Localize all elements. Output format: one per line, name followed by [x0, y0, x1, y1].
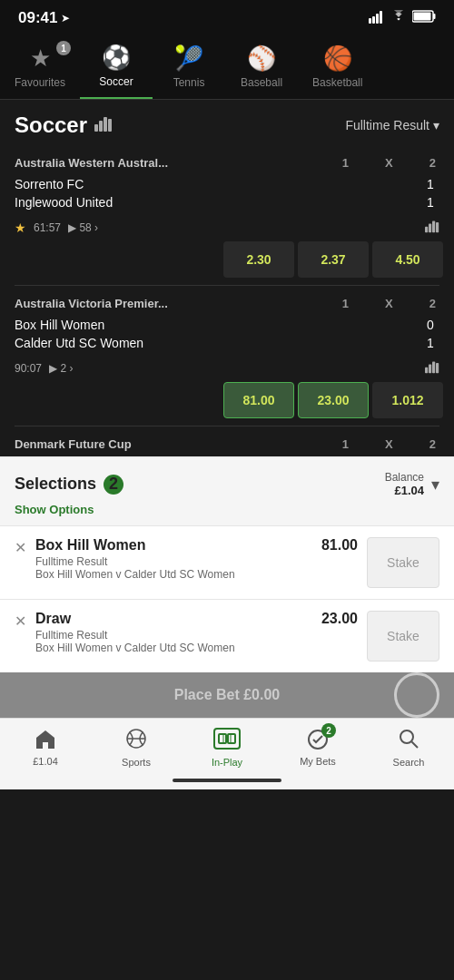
selection-name-row-1: Box Hill Women 81.00 — [35, 537, 358, 554]
selections-count-badge: 2 — [104, 475, 123, 495]
bottom-nav-mybets[interactable]: 2 My Bets — [286, 729, 350, 767]
svg-rect-16 — [429, 365, 431, 374]
location-icon: ➤ — [61, 12, 70, 24]
video-icon: ▶ 2 › — [49, 362, 73, 375]
svg-rect-14 — [436, 222, 439, 232]
match-cols-2: 1 X 2 — [342, 297, 436, 310]
team-name: Inglewood United — [15, 195, 414, 210]
remove-selection-2-button[interactable]: ✕ — [15, 612, 26, 630]
selection-match-1: Box Hill Women v Calder Utd SC Women — [35, 568, 358, 581]
divider — [15, 426, 439, 426]
tab-soccer[interactable]: ⚽ Soccer — [80, 40, 153, 99]
mybets-label: My Bets — [300, 756, 336, 767]
tab-baseball[interactable]: ⚾ Baseball — [225, 41, 298, 98]
selection-item-2: ✕ Draw 23.00 Fulltime Result Box Hill Wo… — [0, 599, 454, 672]
bottom-nav-home[interactable]: £1.04 — [14, 729, 77, 767]
favourite-star-icon[interactable]: ★ — [15, 220, 26, 235]
svg-rect-17 — [432, 361, 435, 373]
collapse-button[interactable]: ▾ — [431, 475, 439, 495]
stake-input-2[interactable]: Stake — [367, 611, 439, 662]
search-label: Search — [393, 757, 425, 768]
bottom-nav-sports[interactable]: Sports — [104, 728, 168, 768]
team-score: 0 — [421, 318, 439, 332]
selection-item-1: ✕ Box Hill Women 81.00 Fulltime Result B… — [0, 525, 454, 599]
svg-rect-1 — [372, 16, 375, 24]
svg-rect-22 — [228, 734, 235, 743]
tab-tennis[interactable]: 🎾 Tennis — [153, 41, 225, 98]
team-score: 1 — [421, 336, 439, 350]
balance-area: Balance £1.04 ▾ — [385, 471, 439, 497]
tennis-icon: 🎾 — [174, 44, 203, 73]
odd-button-1-2[interactable]: 2.37 — [298, 241, 369, 278]
team-row: Box Hill Women 0 — [15, 316, 439, 334]
sports-label: Sports — [122, 757, 151, 768]
selections-panel: Selections 2 Balance £1.04 ▾ Show Option… — [0, 456, 454, 718]
filter-label: Fulltime Result — [345, 118, 429, 132]
balance-info: Balance £1.04 — [385, 471, 424, 497]
nav-tabs: ★ Favourites 1 ⚽ Soccer 🎾 Tennis ⚾ Baseb… — [0, 33, 454, 100]
selection-team-name-2: Draw — [35, 611, 71, 627]
selection-market-2: Fulltime Result — [35, 629, 358, 642]
status-time: 09:41 — [18, 9, 57, 27]
tab-favourites[interactable]: ★ Favourites 1 — [0, 41, 80, 98]
home-icon — [35, 729, 56, 754]
inplay-icon — [213, 728, 241, 755]
odd-button-1-1[interactable]: 2.30 — [223, 241, 294, 278]
selection-team-name-1: Box Hill Women — [35, 537, 146, 554]
selections-label: Selections — [15, 475, 96, 494]
tab-soccer-label: Soccer — [99, 75, 133, 88]
place-bet-bar: Place Bet £0.00 — [0, 672, 454, 718]
selection-info-2: Draw 23.00 Fulltime Result Box Hill Wome… — [35, 611, 358, 654]
svg-rect-13 — [432, 220, 435, 232]
place-bet-button[interactable] — [394, 672, 439, 718]
stats-bar-icon — [425, 359, 439, 377]
svg-point-26 — [400, 730, 413, 743]
team-score: 1 — [421, 195, 439, 210]
match-teams-2: Box Hill Women 0 Calder Utd SC Women 1 — [0, 314, 454, 356]
odds-row-1: 2.30 2.37 4.50 — [0, 241, 454, 285]
bottom-nav: £1.04 Sports In-Play 2 My Bets Search — [0, 718, 454, 773]
team-name: Box Hill Women — [15, 318, 414, 332]
sports-icon — [125, 728, 147, 755]
league-name-2: Australia Victoria Premier... — [15, 297, 168, 310]
stake-input-1[interactable]: Stake — [367, 537, 439, 588]
page-title-text: Soccer — [15, 113, 87, 138]
team-row: Sorrento FC 1 — [15, 175, 439, 193]
odd-button-2-3[interactable]: 1.012 — [372, 382, 443, 418]
odd-button-1-3[interactable]: 4.50 — [372, 241, 443, 278]
selection-market-1: Fulltime Result — [35, 555, 358, 568]
odd-button-2-1[interactable]: 81.00 — [223, 382, 294, 418]
balance-label: Balance — [385, 471, 424, 484]
bottom-nav-inplay[interactable]: In-Play — [195, 728, 259, 768]
svg-rect-0 — [369, 18, 371, 24]
match-header-3: Denmark Future Cup 1 X 2 — [0, 428, 454, 455]
svg-rect-15 — [425, 368, 428, 373]
svg-rect-3 — [380, 11, 382, 24]
show-options-button[interactable]: Show Options — [0, 501, 454, 525]
mybets-badge: 2 — [321, 723, 336, 738]
tab-basketball[interactable]: 🏀 Basketball — [298, 41, 377, 98]
balance-amount: £1.04 — [385, 484, 424, 497]
place-bet-text: Place Bet £0.00 — [174, 687, 281, 703]
svg-line-27 — [412, 742, 419, 749]
battery-icon — [412, 10, 436, 26]
search-icon — [398, 728, 419, 755]
svg-rect-7 — [94, 124, 98, 132]
svg-rect-21 — [219, 734, 226, 743]
match-time: 90:07 — [15, 362, 42, 375]
odd-button-2-2[interactable]: 23.00 — [298, 382, 369, 418]
star-icon: ★ — [30, 44, 51, 73]
match-cols-3: 1 X 2 — [342, 437, 436, 451]
selection-odds-1: 81.00 — [321, 537, 358, 554]
match-group-3: Denmark Future Cup 1 X 2 — [0, 428, 454, 455]
status-bar: 09:41 ➤ — [0, 0, 454, 33]
league-name-3: Denmark Future Cup — [15, 437, 132, 451]
divider — [15, 285, 439, 286]
filter-button[interactable]: Fulltime Result ▾ — [345, 118, 439, 132]
match-teams-1: Sorrento FC 1 Inglewood United 1 — [0, 173, 454, 215]
svg-rect-9 — [104, 117, 107, 132]
svg-rect-18 — [436, 363, 439, 373]
bottom-nav-search[interactable]: Search — [377, 728, 440, 768]
tab-favourites-label: Favourites — [15, 76, 65, 89]
remove-selection-1-button[interactable]: ✕ — [15, 539, 26, 556]
